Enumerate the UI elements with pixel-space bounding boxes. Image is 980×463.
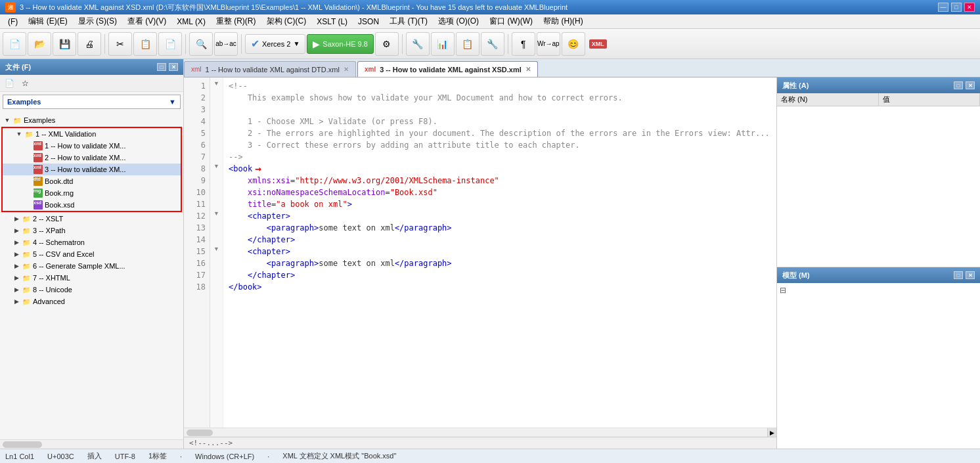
sidebar-new-btn[interactable]: 📄 <box>3 77 16 90</box>
tree-item-bookxsd[interactable]: xsd Book.xsd <box>3 199 181 211</box>
menu-schema[interactable]: 架构 (C)(C) <box>261 14 312 28</box>
tree-toggle-xmlval[interactable]: ▼ <box>14 129 24 139</box>
saxon-button[interactable]: ▶ Saxon-HE 9.8 <box>307 34 373 54</box>
open-button[interactable]: 📂 <box>28 32 51 56</box>
tool-button[interactable]: 🔧 <box>481 32 504 56</box>
copy-button[interactable]: 📋 <box>133 32 157 56</box>
clipboard-button[interactable]: 📋 <box>456 32 479 56</box>
wrap-button[interactable]: Wr→ap <box>537 32 560 56</box>
menu-help[interactable]: 帮助 (H)(H) <box>538 14 589 28</box>
ln13: 13 <box>184 222 206 234</box>
tree-item-xml-validation[interactable]: ▼ 📁 1 -- XML Validation <box>3 128 181 140</box>
pilcrow-button[interactable]: ¶ <box>512 32 535 56</box>
tree-toggle-unicode[interactable]: ▶ <box>12 285 21 294</box>
smiley-button[interactable]: 😊 <box>562 32 585 56</box>
tree-item-file1[interactable]: xml 1 -- How to validate XM... <box>3 140 181 152</box>
folder-dropdown[interactable]: Examples ▼ <box>3 95 181 109</box>
cut-button[interactable]: ✂ <box>108 32 132 56</box>
panel-controls[interactable]: □ ✕ <box>157 63 178 71</box>
tab-xsd-close[interactable]: ✕ <box>525 66 531 73</box>
menu-options[interactable]: 选项 (O)(O) <box>433 14 484 28</box>
code-content[interactable]: <!-- This example shows how to validate … <box>223 77 776 428</box>
prop-header-controls[interactable]: □ ✕ <box>954 81 975 89</box>
editor-hscroll[interactable]: ▶ <box>184 428 776 437</box>
maximize-button[interactable]: □ <box>951 3 962 12</box>
print-button[interactable]: 🖨 <box>78 32 101 56</box>
comment-1: <!-- <box>229 80 248 92</box>
xerces-button[interactable]: ✔ Xerces 2 ▼ <box>245 34 305 54</box>
tree-item-bookratng[interactable]: rng Book.rng <box>3 187 181 199</box>
tab-dtd[interactable]: xml 1 -- How to validate XML against DTD… <box>184 61 356 77</box>
tree-item-schematron[interactable]: ▶ 📁 4 -- Schematron <box>0 236 183 248</box>
tree-item-xpath[interactable]: ▶ 📁 3 -- XPath <box>0 225 183 236</box>
model-pin-btn[interactable]: □ <box>954 271 963 279</box>
tree-item-xslt[interactable]: ▶ 📁 2 -- XSLT <box>0 213 183 225</box>
tree-toggle-csv[interactable]: ▶ <box>12 250 21 259</box>
menu-file[interactable]: (F) <box>3 16 23 28</box>
minimize-button[interactable]: — <box>938 3 948 12</box>
paste-button[interactable]: 📄 <box>158 32 182 56</box>
code-line-3 <box>229 104 771 116</box>
tree-item-file3[interactable]: xml 3 -- How to validate XM... <box>3 164 181 175</box>
title-bar-controls[interactable]: — □ ✕ <box>938 3 975 12</box>
wrench-button[interactable]: 🔧 <box>406 32 430 56</box>
tree-toggle-xpath[interactable]: ▶ <box>12 226 21 235</box>
hscroll-right[interactable]: ▶ <box>767 428 776 437</box>
hscroll-thumb[interactable] <box>187 430 213 436</box>
model-close-btn[interactable]: ✕ <box>966 271 975 279</box>
replace-button[interactable]: ab→ac <box>214 32 238 56</box>
prop-pin-btn[interactable]: □ <box>954 81 963 89</box>
menu-json[interactable]: JSON <box>353 16 384 28</box>
menu-tools[interactable]: 工具 (T)(T) <box>384 14 433 28</box>
panel-close-button[interactable]: ✕ <box>169 63 178 71</box>
tree-item-advanced[interactable]: ▶ 📁 Advanced <box>0 296 183 307</box>
tree-toggle-xslt[interactable]: ▶ <box>12 214 21 223</box>
prop-table-header: 名称 (N) 值 <box>777 93 980 106</box>
menu-view1[interactable]: 显示 (S)(S) <box>73 14 122 28</box>
fold-8[interactable]: ▼ <box>210 160 223 172</box>
scrollbar-thumb[interactable] <box>3 441 42 448</box>
tree-item-unicode[interactable]: ▶ 📁 8 -- Unicode <box>0 284 183 296</box>
tab-dtd-close[interactable]: ✕ <box>344 66 349 73</box>
menu-xslt[interactable]: XSLT (L) <box>311 16 353 28</box>
status-encoding: UTF-8 <box>115 452 135 460</box>
new-button[interactable]: 📄 <box>3 32 26 56</box>
tree-toggle-advanced[interactable]: ▶ <box>12 297 21 306</box>
fold-15[interactable]: ▼ <box>210 243 223 255</box>
panel-pin-button[interactable]: □ <box>157 63 166 71</box>
sidebar-star-btn[interactable]: ☆ <box>18 77 32 90</box>
model-header-controls[interactable]: □ ✕ <box>954 271 975 279</box>
tree-item-examples[interactable]: ▼ 📁 Examples <box>0 114 183 126</box>
folder-dropdown-value: Examples <box>7 98 41 106</box>
fold-1[interactable]: ▼ <box>210 77 223 89</box>
tree-item-xhtml[interactable]: ▶ 📁 7 -- XHTML <box>0 272 183 284</box>
tree-toggle-schematron[interactable]: ▶ <box>12 238 21 247</box>
fold-12[interactable]: ▼ <box>210 208 223 219</box>
fold-7 <box>210 148 223 160</box>
tree-toggle-xhtml[interactable]: ▶ <box>12 273 21 282</box>
close-button[interactable]: ✕ <box>964 3 975 12</box>
folder-icon: 📁 <box>12 115 22 125</box>
menu-reformat[interactable]: 重整 (R)(R) <box>211 14 261 28</box>
find-button[interactable]: 🔍 <box>189 32 213 56</box>
dropdown-arrow-icon: ▼ <box>169 98 176 106</box>
settings-button[interactable]: ⚙ <box>375 32 399 56</box>
menu-xml[interactable]: XML (X) <box>171 16 211 28</box>
saxon-label: Saxon-HE 9.8 <box>323 40 367 48</box>
tree-item-genxml[interactable]: ▶ 📁 6 -- Generate Sample XML... <box>0 260 183 272</box>
prop-close-btn[interactable]: ✕ <box>966 81 975 89</box>
tree-item-file2[interactable]: xml 2 -- How to validate XM... <box>3 152 181 164</box>
chart-button[interactable]: 📊 <box>431 32 455 56</box>
save-button[interactable]: 💾 <box>53 32 76 56</box>
tree-item-bookdtd[interactable]: dtd Book.dtd <box>3 175 181 187</box>
menu-edit[interactable]: 编辑 (E)(E) <box>23 14 72 28</box>
tag-book-close: </book> <box>229 281 262 293</box>
menu-window[interactable]: 窗口 (W)(W) <box>484 14 538 28</box>
fold-11 <box>210 196 223 208</box>
tree-toggle-examples[interactable]: ▼ <box>3 116 12 125</box>
sidebar-scrollbar[interactable] <box>0 439 183 449</box>
tree-item-csv[interactable]: ▶ 📁 5 -- CSV and Excel <box>0 248 183 260</box>
tab-xsd[interactable]: xml 3 -- How to validate XML against XSD… <box>357 61 538 77</box>
tree-toggle-genxml[interactable]: ▶ <box>12 261 21 271</box>
menu-view2[interactable]: 查看 (V)(V) <box>122 14 171 28</box>
